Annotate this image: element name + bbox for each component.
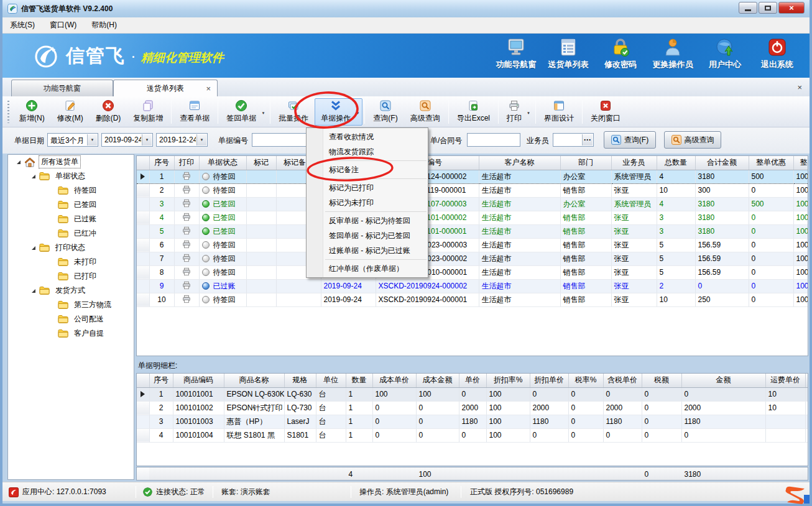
title-bar[interactable]: 信管飞送货单软件 V9.2.400 × <box>2 0 810 17</box>
toolbar-button-batch[interactable]: 批量操作 <box>272 98 315 126</box>
table-row[interactable]: 7待签回2019-10-23XSCKD-20191023-000002生活超市销… <box>137 252 808 265</box>
banner-action-globe[interactable]: 用户中心 <box>699 37 751 70</box>
tree-item-0-0[interactable]: 待签回 <box>8 183 134 198</box>
tab-delivery-list[interactable]: 送货单列表 × <box>113 80 218 96</box>
column-header[interactable]: 整单 <box>793 156 808 170</box>
toolbar-button-copy[interactable]: 复制新增 <box>127 98 169 126</box>
expander-icon[interactable] <box>17 160 21 164</box>
table-row[interactable]: 2待签回2019-11-19XSCKD-20191119-000001生活超市销… <box>137 183 808 197</box>
menubar-item-1[interactable]: 窗口(W) <box>42 17 84 33</box>
printer-icon[interactable] <box>174 170 199 183</box>
toolbar-button-ui-design[interactable]: 界面设计 <box>538 98 580 126</box>
menu-item-3[interactable]: 标记为已打印 <box>307 180 428 195</box>
column-header[interactable]: 折扣单价 <box>530 374 568 387</box>
column-header[interactable]: 部门 <box>560 156 611 170</box>
menubar-item-0[interactable]: 系统(S) <box>2 17 42 33</box>
column-header[interactable]: 序号 <box>149 374 173 387</box>
column-header[interactable]: 金额 <box>681 374 765 387</box>
date-to-picker[interactable]: 2019-12-24▼ <box>156 133 208 147</box>
column-header[interactable]: 税率% <box>568 374 603 387</box>
column-header[interactable]: 规格 <box>284 374 316 387</box>
salesman-lookup-button[interactable]: ··· <box>582 134 593 145</box>
column-header[interactable]: 打印 <box>174 156 199 170</box>
printer-icon[interactable] <box>174 293 199 306</box>
toolbar-button-edit[interactable]: 修改(M) <box>51 98 90 126</box>
table-row[interactable]: 1待签回2019-11-24XSCKD-20191124-000002生活超市办… <box>137 170 808 183</box>
chevron-down-icon[interactable]: ▼ <box>196 134 206 145</box>
tree-item-0-1[interactable]: 已签回 <box>8 198 134 212</box>
printer-icon[interactable] <box>174 224 199 238</box>
menu-item-0[interactable]: 查看收款情况 <box>307 129 428 144</box>
banner-action-list[interactable]: 送货单列表 <box>542 37 594 70</box>
banner-action-monitor[interactable]: 功能导航窗 <box>490 37 542 70</box>
query-button[interactable]: 查询(F) <box>604 131 656 149</box>
menu-item-5[interactable]: 反审单据 - 标记为待签回 <box>307 213 428 228</box>
menu-item-6[interactable]: 签回单据 - 标记为已签回 <box>307 228 428 243</box>
menu-item-4[interactable]: 标记为未打印 <box>307 195 428 210</box>
expander-icon[interactable] <box>32 246 35 250</box>
maximize-button[interactable] <box>759 2 777 14</box>
table-row[interactable]: 8待签回2019-10-10XSCKD-20191010-000001生活超市销… <box>137 265 808 279</box>
chevron-down-icon[interactable]: ▼ <box>87 134 97 145</box>
table-row[interactable]: 3100101003惠普（HP）LaserJ台10011801001180011… <box>137 415 808 428</box>
menu-item-7[interactable]: 过账单据 - 标记为已过账 <box>307 243 428 258</box>
tab-close-icon[interactable]: × <box>206 84 211 93</box>
close-button[interactable]: × <box>778 2 805 14</box>
menu-item-2[interactable]: 标记备注 <box>307 162 428 177</box>
tree-item-0-3[interactable]: 已红冲 <box>8 226 134 241</box>
date-range-select[interactable]: 最近3个月▼ <box>47 133 98 147</box>
printer-icon[interactable] <box>174 265 199 279</box>
contract-input[interactable] <box>467 133 520 147</box>
tree-item-1-0[interactable]: 未打印 <box>8 255 134 269</box>
tabstrip-close-icon[interactable]: × <box>797 83 802 92</box>
advanced-query-button[interactable]: 高级查询 <box>664 131 721 149</box>
toolbar-grip[interactable] <box>7 101 9 123</box>
printer-icon[interactable] <box>174 252 199 265</box>
toolbar-button-view-doc[interactable]: 查看单据 <box>173 98 216 126</box>
tree-item-2-2[interactable]: 客户自提 <box>8 326 134 341</box>
column-header[interactable]: 运费单价 <box>765 374 805 387</box>
tree-item-0-2[interactable]: 已过账 <box>8 212 134 226</box>
column-header[interactable]: 成本金额 <box>416 374 459 387</box>
column-header[interactable]: 商品名称 <box>224 374 284 387</box>
tree-item-2-0[interactable]: 第三方物流 <box>8 298 134 312</box>
expander-icon[interactable] <box>32 175 35 178</box>
tree-item-1-1[interactable]: 已打印 <box>8 269 134 283</box>
menu-item-8[interactable]: 红冲单据（作废单据） <box>307 261 428 276</box>
tree-item-2-1[interactable]: 公司配送 <box>8 312 134 326</box>
table-row[interactable]: 5已签回2019-11-01XSCKD-20191101-000001生活超市销… <box>137 224 808 238</box>
column-header[interactable]: 成本单价 <box>372 374 416 387</box>
column-header[interactable]: 数量 <box>346 374 372 387</box>
column-header[interactable] <box>805 374 808 387</box>
printer-icon[interactable] <box>174 211 199 224</box>
banner-action-user[interactable]: 更换操作员 <box>647 37 699 70</box>
table-row[interactable]: 1100101001EPSON LQ-630KLQ-630台1100100010… <box>137 387 808 401</box>
toolbar-button-doc-actions[interactable]: 单据操作 <box>315 98 362 126</box>
column-header[interactable]: 税额 <box>642 374 681 387</box>
column-header[interactable]: 序号 <box>149 156 174 170</box>
printer-icon[interactable] <box>174 279 199 293</box>
column-header[interactable]: 单据状态 <box>199 156 246 170</box>
table-row[interactable]: 4100101004联想 S1801 黑S1801台1000100000000 <box>137 428 808 442</box>
toolbar-button-sign-back[interactable]: 签回单据 <box>220 98 268 126</box>
minimize-button[interactable] <box>739 2 757 14</box>
column-header[interactable]: 业务员 <box>611 156 657 170</box>
column-header[interactable]: 总数量 <box>657 156 695 170</box>
printer-icon[interactable] <box>174 183 199 197</box>
tree-item-root[interactable]: 所有送货单 <box>8 155 134 169</box>
tree-group-1[interactable]: 打印状态 <box>8 241 134 255</box>
column-header[interactable]: 含税单价 <box>603 374 642 387</box>
salesman-input[interactable]: ··· <box>553 133 594 147</box>
menubar-item-2[interactable]: 帮助(H) <box>84 17 124 33</box>
table-row[interactable]: 4已签回2019-11-01XSCKD-20191101-000002生活超市销… <box>137 211 808 224</box>
toolbar-button-export-excel[interactable]: 导出Excel <box>451 98 496 126</box>
toolbar-button-delete[interactable]: 删除(D) <box>90 98 127 126</box>
column-header[interactable]: 商品编码 <box>173 374 224 387</box>
date-from-picker[interactable]: 2019-09-24▼ <box>101 133 153 147</box>
toolbar-button-search-blue[interactable]: 查询(F) <box>367 98 404 126</box>
table-row[interactable]: 3已签回2019-11-07XSCKD-20191107-000003生活超市办… <box>137 197 808 211</box>
toolbar-button-add[interactable]: 新增(N) <box>13 98 51 126</box>
tab-function-nav[interactable]: 功能导航窗 <box>11 80 113 96</box>
expander-icon[interactable] <box>32 289 35 293</box>
column-header[interactable]: 折扣率% <box>486 374 530 387</box>
